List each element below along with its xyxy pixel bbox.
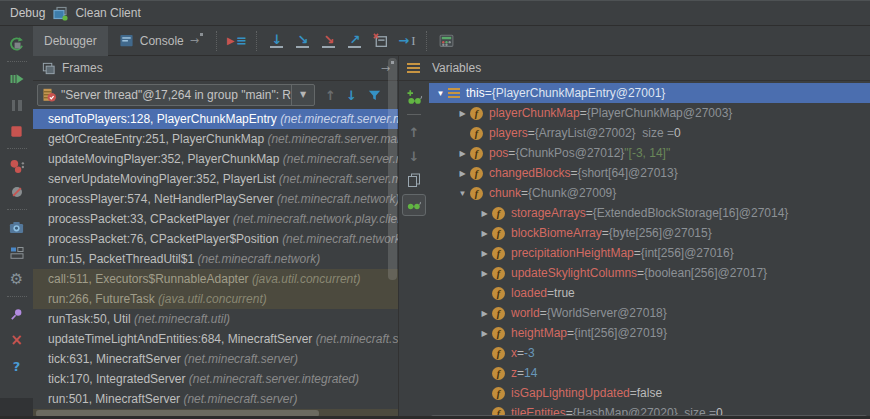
frame-row[interactable]: serverUpdateMovingPlayer:352, PlayerList… <box>33 169 398 189</box>
expand-arrow-icon[interactable]: ▼ <box>455 189 470 198</box>
frame-row[interactable]: updateMovingPlayer:352, PlayerChunkMap (… <box>33 149 398 169</box>
frame-row[interactable]: run:15, PacketThreadUtil$1 (net.minecraf… <box>33 249 398 269</box>
help-icon: ? <box>13 360 21 373</box>
step-out-button[interactable]: ↗ <box>342 28 368 54</box>
restore-layout-button[interactable] <box>5 241 29 265</box>
frame-location: processPacket:33, CPacketPlayer <box>48 212 233 226</box>
variable-row[interactable]: fplayers = {ArrayList@27002} size = 0 <box>429 123 870 143</box>
variable-size-value: 0 <box>674 126 681 140</box>
frame-row[interactable]: tick:170, IntegratedServer (net.minecraf… <box>33 369 398 389</box>
previous-frame-button[interactable]: ↑ <box>325 89 336 102</box>
expand-arrow-icon[interactable]: ▶ <box>477 329 492 338</box>
tab-debugger[interactable]: Debugger <box>33 26 108 56</box>
variable-name: updateSkylightColumns <box>511 266 637 280</box>
stop-button[interactable] <box>5 119 29 143</box>
variable-name: isGapLightingUpdated <box>511 386 630 400</box>
run-to-cursor-button[interactable]: → I <box>394 28 420 54</box>
expand-arrow-icon[interactable]: ▶ <box>477 309 492 318</box>
frame-row[interactable]: call:511, Executors$RunnableAdapter (jav… <box>33 269 398 289</box>
variable-row[interactable]: ▶fstorageArrays = {ExtendedBlockStorage[… <box>429 203 870 223</box>
tab-console[interactable]: Console → <box>108 26 210 56</box>
frame-row[interactable]: processPacket:76, CPacketPlayer$Position… <box>33 229 398 249</box>
frame-row[interactable]: processPacket:33, CPacketPlayer (net.min… <box>33 209 398 229</box>
duplicate-watch-button[interactable] <box>403 170 425 190</box>
expand-arrow-icon[interactable]: ▶ <box>455 149 470 158</box>
expand-arrow-icon[interactable]: ▶ <box>477 249 492 258</box>
frame-location: processPacket:76, CPacketPlayer$Position <box>48 232 282 246</box>
move-watch-down-button[interactable]: ↓ <box>403 146 425 166</box>
frame-package: (net.minecraft.server.ma <box>280 112 398 126</box>
variable-row[interactable]: ▶fworld = {WorldServer@27018} <box>429 303 870 323</box>
frame-package: (java.util.concurrent) <box>252 272 361 286</box>
variable-row[interactable]: ▶fblockBiomeArray = {byte[256]@27015} <box>429 223 870 243</box>
calculator-icon <box>438 32 455 49</box>
frame-row[interactable]: getOrCreateEntry:251, PlayerChunkMap (ne… <box>33 129 398 149</box>
session-tab-label[interactable]: Clean Client <box>75 6 140 20</box>
frames-vertical-scrollbar[interactable] <box>388 58 397 280</box>
separator <box>7 148 27 149</box>
variable-row[interactable]: ▶fchangedBlocks = {short[64]@27013} <box>429 163 870 183</box>
tool-window-titlebar: Debug Clean Client <box>0 1 870 26</box>
move-watch-up-button[interactable]: ↑ <box>403 122 425 142</box>
variable-row[interactable]: ▶fplayerChunkMap = {PlayerChunkMap@27003… <box>429 103 870 123</box>
field-icon: f <box>470 127 483 140</box>
show-on-hover-icon[interactable]: → <box>190 35 199 46</box>
show-execution-point-button[interactable]: ▶ ≡ <box>224 28 250 54</box>
equals-sign: = <box>602 226 609 240</box>
step-over-icon: ↓ <box>270 34 283 48</box>
frame-package: (net.minecraft.network.p <box>282 232 398 246</box>
settings-button[interactable]: ⚙ <box>5 267 29 291</box>
frame-row[interactable]: runTask:50, Util (net.minecraft.util) <box>33 309 398 329</box>
view-breakpoints-button[interactable] <box>5 154 29 178</box>
expand-arrow-icon[interactable]: ▼ <box>433 89 448 98</box>
rerun-button[interactable] <box>5 32 29 56</box>
variable-row[interactable]: ▼this = {PlayerChunkMapEntry@27001} <box>429 83 870 103</box>
close-button[interactable]: × <box>5 328 29 352</box>
separator <box>256 31 258 51</box>
chevron-down-icon[interactable]: ▼ <box>291 85 314 105</box>
force-step-into-button[interactable]: ↘ <box>316 28 342 54</box>
variable-row[interactable]: fx = -3 <box>429 343 870 363</box>
variable-number-value: -3 <box>524 346 535 360</box>
thread-dump-button[interactable] <box>5 215 29 239</box>
frame-row[interactable]: updateTimeLightAndEntities:684, Minecraf… <box>33 329 398 349</box>
frame-row[interactable]: run:266, FutureTask (java.util.concurren… <box>33 289 398 309</box>
add-watch-button[interactable] <box>403 87 425 107</box>
filter-frames-button[interactable] <box>367 88 382 103</box>
frame-row[interactable]: run:501, MinecraftServer (net.minecraft.… <box>33 389 398 409</box>
frame-row[interactable]: sendToPlayers:128, PlayerChunkMapEntry (… <box>33 109 398 129</box>
pause-button[interactable] <box>5 93 29 117</box>
equals-sign: = <box>637 266 644 280</box>
show-watches-toggle[interactable] <box>402 194 426 216</box>
field-icon: f <box>492 327 505 340</box>
thread-combobox[interactable]: "Server thread"@17,264 in group "main": … <box>37 84 315 106</box>
expand-arrow-icon[interactable]: ▶ <box>455 169 470 178</box>
variable-row[interactable]: fisGapLightingUpdated = false <box>429 383 870 403</box>
next-frame-button[interactable]: ↓ <box>346 89 357 102</box>
variable-row[interactable]: ▶fpos = {ChunkPos@27012} "[-3, 14]" <box>429 143 870 163</box>
equals-sign: = <box>547 286 554 300</box>
expand-arrow-icon[interactable]: ▶ <box>477 229 492 238</box>
expand-arrow-icon[interactable]: ▶ <box>477 209 492 218</box>
frame-row[interactable]: processPlayer:574, NetHandlerPlayServer … <box>33 189 398 209</box>
field-icon: f <box>470 107 483 120</box>
variable-row[interactable]: ▶fheightMap = {int[256]@27019} <box>429 323 870 343</box>
variable-row[interactable]: ▶fprecipitationHeightMap = {int[256]@270… <box>429 243 870 263</box>
step-into-button[interactable]: ↘ <box>290 28 316 54</box>
arrow-up-icon: ↑ <box>409 126 420 139</box>
expand-arrow-icon[interactable]: ▶ <box>455 109 470 118</box>
expand-arrow-icon[interactable]: ▶ <box>477 269 492 278</box>
step-over-button[interactable]: ↓ <box>264 28 290 54</box>
evaluate-expression-button[interactable] <box>434 28 460 54</box>
field-icon: f <box>470 147 483 160</box>
mute-breakpoints-button[interactable] <box>5 180 29 204</box>
resume-button[interactable] <box>5 67 29 91</box>
variable-row[interactable]: ▼fchunk = {Chunk@27009} <box>429 183 870 203</box>
variable-row[interactable]: floaded = true <box>429 283 870 303</box>
drop-frame-button[interactable] <box>368 28 394 54</box>
pin-button[interactable] <box>5 302 29 326</box>
frame-row[interactable]: tick:631, MinecraftServer (net.minecraft… <box>33 349 398 369</box>
help-button[interactable]: ? <box>5 354 29 378</box>
variable-row[interactable]: fz = 14 <box>429 363 870 383</box>
variable-row[interactable]: ▶fupdateSkylightColumns = {boolean[256]@… <box>429 263 870 283</box>
